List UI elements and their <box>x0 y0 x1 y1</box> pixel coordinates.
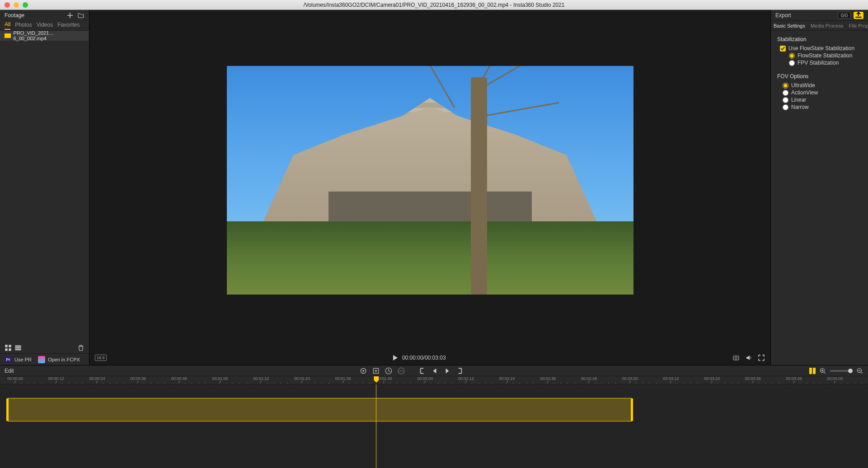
ruler-tick: 00:02:36 <box>540 376 556 383</box>
window-title: /Volumes/Insta360GO2/DCIM/Camera01/PRO_V… <box>0 2 868 8</box>
minimize-window-button[interactable] <box>14 2 19 8</box>
svg-rect-3 <box>9 348 11 351</box>
video-thumb-icon <box>5 33 11 38</box>
deepTrack-tool-icon[interactable] <box>372 367 380 375</box>
ruler-tick: 00:01:00 <box>212 376 228 383</box>
fov-linear[interactable]: Linear <box>783 97 862 103</box>
ruler-tick: 00:03:12 <box>663 376 679 383</box>
ruler-tick: 00:02:24 <box>499 376 515 383</box>
tab-all[interactable]: All <box>5 21 10 30</box>
ruler-tick: 00:00:12 <box>48 376 64 383</box>
keyframe-tool-icon[interactable] <box>359 367 367 375</box>
snapshot-button[interactable] <box>732 354 740 361</box>
svg-rect-5 <box>15 347 21 349</box>
fov-actionview[interactable]: ActionView <box>783 89 862 96</box>
tab-videos[interactable]: Videos <box>37 22 53 29</box>
footage-item[interactable]: PRO_VID_2021…6_00_002.mp4 <box>0 31 89 41</box>
list-view-button[interactable] <box>14 344 22 351</box>
footage-tabs: All Photos Videos Favorites <box>0 21 89 31</box>
stabilization-title: Stabilization <box>777 36 862 42</box>
volume-button[interactable] <box>745 354 752 361</box>
tab-basic-settings[interactable]: Basic Settings <box>771 23 808 28</box>
traffic-lights <box>0 2 28 8</box>
export-button[interactable] <box>854 12 863 19</box>
svg-rect-7 <box>733 356 739 360</box>
grid-view-button[interactable] <box>5 344 12 351</box>
viewer-panel: 16:9 00:00:00/00:03:03 <box>89 10 770 365</box>
zoom-window-button[interactable] <box>23 2 28 8</box>
svg-rect-6 <box>15 349 21 351</box>
ruler-tick: 00:00:00 <box>7 376 23 383</box>
add-footage-button[interactable] <box>66 12 74 19</box>
svg-rect-2 <box>5 348 7 351</box>
prev-frame-icon[interactable] <box>431 367 439 375</box>
fcpx-icon <box>38 356 45 363</box>
ruler-tick: 00:02:48 <box>581 376 597 383</box>
ruler-tick: 00:01:12 <box>253 376 269 383</box>
next-frame-icon[interactable] <box>443 367 451 375</box>
video-clip[interactable] <box>7 398 632 421</box>
edit-label: Edit <box>5 368 14 374</box>
aspect-ratio-badge[interactable]: 16:9 <box>95 355 107 361</box>
fullscreen-button[interactable] <box>758 354 765 361</box>
clip-out-handle[interactable] <box>631 398 633 421</box>
close-window-button[interactable] <box>5 2 10 8</box>
clip-in-handle[interactable] <box>6 398 9 421</box>
play-button[interactable] <box>393 355 398 360</box>
ruler-tick: 00:01:36 <box>335 376 351 383</box>
ruler-tick: 00:03:36 <box>745 376 761 383</box>
ruler-tick: 00:00:48 <box>171 376 187 383</box>
ruler-tick: 00:03:24 <box>704 376 720 383</box>
tab-media-process[interactable]: Media Process <box>808 23 846 28</box>
svg-point-8 <box>735 357 737 359</box>
use-flowstate-checkbox[interactable]: Use FlowState Stabilization <box>780 45 862 51</box>
stab-mode-flowstate[interactable]: FlowState Stabilization <box>789 52 862 59</box>
export-label: Export <box>775 12 791 19</box>
import-folder-button[interactable] <box>77 12 84 19</box>
stab-mode-fpv[interactable]: FPV Stabilization <box>789 60 862 66</box>
fov-title: FOV Options <box>777 73 862 80</box>
use-pr-button[interactable]: Pr Use PR <box>5 356 32 363</box>
ruler-tick: 00:04:00 <box>827 376 843 383</box>
ruler-tick: 00:03:00 <box>622 376 638 383</box>
tab-favorites[interactable]: Favorites <box>57 22 80 29</box>
timeline-ruler[interactable]: 00:00:0000:00:1200:00:2400:00:3600:00:48… <box>0 376 868 384</box>
motion-blur-tool-icon[interactable] <box>397 367 405 375</box>
delete-footage-button[interactable] <box>77 344 84 351</box>
timeline-tracks[interactable] <box>0 384 868 468</box>
open-fcpx-button[interactable]: Open in FCPX <box>38 356 80 363</box>
video-frame <box>227 66 633 295</box>
premiere-icon: Pr <box>5 356 12 363</box>
trim-start-icon[interactable] <box>418 367 426 375</box>
preview-canvas[interactable] <box>89 10 770 351</box>
speed-tool-icon[interactable] <box>385 367 393 375</box>
use-flowstate-label: Use FlowState Stabilization <box>788 45 854 51</box>
footage-header: Footage <box>5 12 24 19</box>
use-pr-label: Use PR <box>14 357 32 362</box>
ruler-tick: 00:02:12 <box>458 376 474 383</box>
timeline-mode-toggle[interactable] <box>809 368 816 374</box>
fov-ultrawide[interactable]: UltraWide <box>783 82 862 89</box>
zoom-out-icon[interactable] <box>856 367 863 374</box>
svg-rect-0 <box>5 345 7 347</box>
zoom-in-icon[interactable] <box>819 367 826 374</box>
trim-end-icon[interactable] <box>456 367 464 375</box>
ruler-tick: 00:02:00 <box>417 376 433 383</box>
svg-rect-1 <box>9 345 11 347</box>
zoom-slider[interactable] <box>830 370 853 372</box>
tab-photos[interactable]: Photos <box>15 22 32 29</box>
footage-sidebar: Footage All Photos Videos Favorites PRO_… <box>0 10 89 365</box>
ruler-tick: 00:00:36 <box>130 376 146 383</box>
tab-file-properties[interactable]: File Properties <box>846 23 868 28</box>
window-titlebar: /Volumes/Insta360GO2/DCIM/Camera01/PRO_V… <box>0 0 868 10</box>
fov-narrow[interactable]: Narrow <box>783 104 862 110</box>
footage-item-label: PRO_VID_2021…6_00_002.mp4 <box>14 31 85 41</box>
playhead[interactable] <box>376 384 376 468</box>
svg-rect-4 <box>15 346 21 347</box>
ruler-tick: 00:00:24 <box>89 376 105 383</box>
timeline-panel: Edit 00:00:0000 <box>0 365 868 468</box>
settings-panel: Export 0/0 Basic Settings Media Process … <box>770 10 868 365</box>
export-queue-count: 0/0 <box>838 12 851 19</box>
open-fcpx-label: Open in FCPX <box>48 357 80 362</box>
ruler-tick: 00:01:24 <box>294 376 310 383</box>
